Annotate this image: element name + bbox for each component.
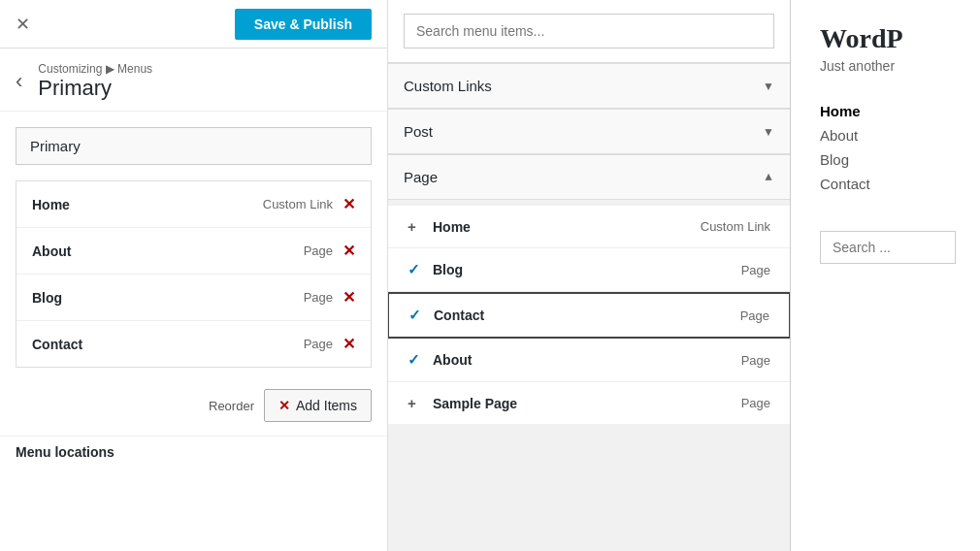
breadcrumb-parent: Customizing xyxy=(38,62,102,76)
menu-item-home: Home Custom Link ✕ xyxy=(16,181,371,228)
custom-links-arrow: ▼ xyxy=(763,80,774,93)
page-section: Page ▼ + Home Custom Link ✓ Blog Page xyxy=(388,154,790,430)
page-item-home-icon: + xyxy=(408,218,423,235)
menu-item-about: About Page ✕ xyxy=(16,228,371,275)
top-bar: ✕ Save & Publish xyxy=(0,0,387,49)
page-item-contact-type: Page xyxy=(740,308,769,323)
menu-item-blog-name: Blog xyxy=(32,290,62,306)
page-item-home-type: Custom Link xyxy=(701,219,770,234)
page-item-blog-icon: ✓ xyxy=(408,261,423,278)
left-panel: ✕ Save & Publish ‹ Customizing ▶ Menus P… xyxy=(0,0,388,551)
page-item-sample-icon: + xyxy=(408,395,423,411)
menu-item-home-name: Home xyxy=(32,197,70,212)
page-item-blog-type: Page xyxy=(741,263,770,277)
nav-link-about[interactable]: About xyxy=(820,127,951,144)
page-item-about[interactable]: ✓ About Page xyxy=(388,339,790,382)
custom-links-accordion: Custom Links ▼ xyxy=(388,63,790,109)
menu-item-blog: Blog Page ✕ xyxy=(16,275,371,321)
page-item-home-name: Home xyxy=(433,219,471,235)
middle-panel: Custom Links ▼ Post ▼ Page ▼ + Home Cust… xyxy=(388,0,791,551)
menu-item-about-right: Page ✕ xyxy=(304,242,355,260)
post-accordion: Post ▼ xyxy=(388,109,790,154)
remove-contact-button[interactable]: ✕ xyxy=(343,335,355,353)
breadcrumb: Customizing ▶ Menus xyxy=(38,62,152,76)
menu-item-about-type: Page xyxy=(304,243,333,258)
custom-links-header[interactable]: Custom Links ▼ xyxy=(388,63,790,108)
post-arrow: ▼ xyxy=(763,125,774,139)
breadcrumb-separator: ▶ xyxy=(106,62,117,76)
post-title: Post xyxy=(404,123,433,140)
menu-item-contact: Contact Page ✕ xyxy=(16,321,371,367)
close-button[interactable]: ✕ xyxy=(16,14,30,35)
menu-name-label: Primary xyxy=(30,138,81,154)
bottom-actions: Reorder ✕ Add Items xyxy=(0,375,387,436)
remove-blog-button[interactable]: ✕ xyxy=(343,288,355,307)
page-section-title: Page xyxy=(404,169,438,185)
page-item-blog-name: Blog xyxy=(433,262,463,277)
search-box-wrap xyxy=(388,0,790,63)
menu-item-blog-type: Page xyxy=(304,290,333,305)
menu-item-home-right: Custom Link ✕ xyxy=(263,195,355,213)
wp-search-input[interactable] xyxy=(820,231,956,264)
remove-home-button[interactable]: ✕ xyxy=(343,195,355,213)
post-header[interactable]: Post ▼ xyxy=(388,109,790,153)
menu-item-contact-name: Contact xyxy=(32,337,82,352)
page-item-contact-icon: ✓ xyxy=(408,307,424,324)
add-items-label: Add Items xyxy=(296,398,357,413)
nav-link-contact[interactable]: Contact xyxy=(820,176,951,192)
wp-tagline: Just another xyxy=(820,58,951,74)
add-items-icon: ✕ xyxy=(278,398,290,413)
menu-item-about-name: About xyxy=(32,243,71,259)
page-item-sample[interactable]: + Sample Page Page xyxy=(388,382,790,424)
reorder-button[interactable]: Reorder xyxy=(209,399,254,413)
page-item-contact-name: Contact xyxy=(434,308,484,323)
page-item-about-icon: ✓ xyxy=(408,351,423,369)
page-items-list: + Home Custom Link ✓ Blog Page ✓ Contact xyxy=(388,200,790,430)
page-item-home[interactable]: + Home Custom Link xyxy=(388,206,790,248)
menu-items-list: Home Custom Link ✕ About Page ✕ Blog Pag… xyxy=(16,180,372,368)
menu-item-home-type: Custom Link xyxy=(263,197,333,211)
page-item-sample-name: Sample Page xyxy=(433,396,517,411)
add-items-button[interactable]: ✕ Add Items xyxy=(264,389,372,422)
page-section-header[interactable]: Page ▼ xyxy=(388,154,790,200)
back-button[interactable]: ‹ xyxy=(16,71,22,92)
page-item-contact[interactable]: ✓ Contact Page xyxy=(388,292,791,339)
panel-title: Primary xyxy=(38,76,152,101)
page-item-sample-type: Page xyxy=(741,396,770,410)
menu-item-contact-type: Page xyxy=(304,337,333,351)
nav-link-home[interactable]: Home xyxy=(820,103,951,119)
menu-locations-label: Menu locations xyxy=(0,436,387,468)
menu-item-contact-right: Page ✕ xyxy=(304,335,355,353)
right-panel: WordP Just another Home About Blog Conta… xyxy=(791,0,980,551)
page-item-about-type: Page xyxy=(741,353,770,368)
wp-site-title: WordP xyxy=(820,23,951,54)
menu-item-blog-right: Page ✕ xyxy=(304,288,355,307)
page-item-blog[interactable]: ✓ Blog Page xyxy=(388,248,790,292)
page-item-about-name: About xyxy=(433,352,472,368)
save-publish-button[interactable]: Save & Publish xyxy=(235,9,372,40)
page-section-arrow: ▼ xyxy=(763,171,774,184)
wp-navigation: Home About Blog Contact xyxy=(820,103,951,192)
nav-link-blog[interactable]: Blog xyxy=(820,151,951,168)
remove-about-button[interactable]: ✕ xyxy=(343,242,355,260)
search-input[interactable] xyxy=(404,14,774,49)
breadcrumb-section: Menus xyxy=(117,62,152,76)
custom-links-title: Custom Links xyxy=(404,78,492,94)
